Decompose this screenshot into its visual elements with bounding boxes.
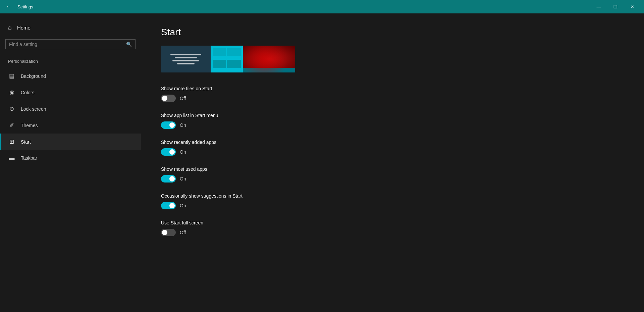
- close-button[interactable]: ✕: [625, 1, 640, 12]
- content-area: Start Show more tiles on StartOffShow ap…: [141, 13, 644, 312]
- titlebar: ← Settings — ❐ ✕: [0, 0, 644, 13]
- toggle-row-show-app-list: On: [161, 121, 624, 129]
- toggle-row-show-more-tiles: Off: [161, 95, 624, 102]
- back-icon: ←: [6, 4, 11, 10]
- sidebar-item-background[interactable]: ▤Background: [0, 68, 141, 84]
- search-box: 🔍: [5, 39, 136, 49]
- toggle-show-recently-added[interactable]: [161, 148, 176, 156]
- themes-icon: ✐: [8, 122, 15, 129]
- toggle-knob-show-recently-added: [169, 149, 175, 155]
- toggle-state-show-recently-added: On: [180, 149, 186, 155]
- taskbar-label: Taskbar: [21, 155, 37, 161]
- toggle-row-show-suggestions: On: [161, 202, 624, 209]
- setting-label-show-suggestions: Occasionally show suggestions in Start: [161, 193, 624, 199]
- toggle-state-use-full-screen: Off: [180, 230, 186, 235]
- toggle-state-show-app-list: On: [180, 122, 186, 128]
- setting-row-show-app-list: Show app list in Start menuOn: [161, 113, 624, 129]
- home-icon: ⌂: [8, 24, 12, 31]
- start-icon: ⊞: [8, 138, 15, 145]
- toggle-state-show-most-used: On: [180, 176, 186, 181]
- sidebar-item-themes[interactable]: ✐Themes: [0, 117, 141, 134]
- toggle-state-show-suggestions: On: [180, 203, 186, 208]
- settings-list: Show more tiles on StartOffShow app list…: [161, 86, 624, 236]
- sidebar-item-taskbar[interactable]: ▬Taskbar: [0, 150, 141, 166]
- colors-icon: ◉: [8, 89, 15, 96]
- toggle-knob-show-more-tiles: [162, 96, 167, 101]
- taskbar-icon: ▬: [8, 155, 15, 161]
- toggle-show-more-tiles[interactable]: [161, 95, 176, 102]
- setting-label-show-more-tiles: Show more tiles on Start: [161, 86, 624, 91]
- toggle-knob-use-full-screen: [162, 230, 167, 235]
- maximize-button[interactable]: ❐: [608, 1, 623, 12]
- preview-line-4: [177, 63, 195, 64]
- toggle-state-show-more-tiles: Off: [180, 96, 186, 101]
- toggle-show-suggestions[interactable]: [161, 202, 176, 209]
- setting-label-show-most-used: Show most used apps: [161, 166, 624, 172]
- sidebar-item-colors[interactable]: ◉Colors: [0, 84, 141, 101]
- toggle-row-show-recently-added: On: [161, 148, 624, 156]
- minimize-button[interactable]: —: [591, 1, 606, 12]
- toggle-knob-show-app-list: [169, 122, 175, 128]
- preview-tiles: [211, 46, 243, 72]
- toggle-use-full-screen[interactable]: [161, 229, 176, 236]
- toggle-show-app-list[interactable]: [161, 121, 176, 129]
- preview-line-2: [175, 57, 197, 58]
- sidebar: ⌂ Home 🔍 Personalization ▤Background◉Col…: [0, 13, 141, 312]
- preview-red-bg: [243, 46, 295, 72]
- setting-row-use-full-screen: Use Start full screenOff: [161, 220, 624, 236]
- page-title: Start: [161, 27, 624, 38]
- titlebar-left: ← Settings: [4, 2, 33, 11]
- preview-tile-4: [227, 60, 241, 68]
- setting-row-show-more-tiles: Show more tiles on StartOff: [161, 86, 624, 102]
- preview-left: [161, 46, 211, 72]
- background-label: Background: [21, 73, 46, 79]
- search-icon[interactable]: 🔍: [126, 42, 132, 47]
- background-icon: ▤: [8, 72, 15, 80]
- titlebar-title: Settings: [17, 4, 33, 9]
- sidebar-item-lock-screen[interactable]: ⊙Lock screen: [0, 101, 141, 117]
- setting-label-use-full-screen: Use Start full screen: [161, 220, 624, 225]
- preview-tile-1: [213, 48, 226, 56]
- preview-line-1: [170, 54, 201, 55]
- setting-label-show-app-list: Show app list in Start menu: [161, 113, 624, 118]
- themes-label: Themes: [21, 123, 38, 128]
- preview-tile-3: [213, 60, 226, 68]
- preview-taskbar: [243, 68, 295, 72]
- lock-screen-icon: ⊙: [8, 105, 15, 112]
- lock-screen-label: Lock screen: [21, 106, 46, 112]
- preview-tile-2: [227, 48, 241, 56]
- search-input[interactable]: [9, 42, 123, 47]
- section-label: Personalization: [0, 56, 141, 66]
- setting-row-show-suggestions: Occasionally show suggestions in StartOn: [161, 193, 624, 209]
- setting-row-show-recently-added: Show recently added appsOn: [161, 140, 624, 156]
- start-label: Start: [21, 139, 31, 145]
- home-label: Home: [17, 25, 31, 31]
- setting-row-show-most-used: Show most used appsOn: [161, 166, 624, 183]
- main-container: ⌂ Home 🔍 Personalization ▤Background◉Col…: [0, 13, 644, 312]
- preview-line-3: [172, 60, 199, 61]
- toggle-show-most-used[interactable]: [161, 175, 176, 183]
- titlebar-controls: — ❐ ✕: [591, 1, 640, 12]
- setting-label-show-recently-added: Show recently added apps: [161, 140, 624, 145]
- colors-label: Colors: [21, 90, 34, 95]
- toggle-row-show-most-used: On: [161, 175, 624, 183]
- nav-list: ▤Background◉Colors⊙Lock screen✐Themes⊞St…: [0, 68, 141, 166]
- back-button[interactable]: ←: [4, 2, 13, 11]
- toggle-knob-show-suggestions: [169, 203, 175, 208]
- sidebar-item-start[interactable]: ⊞Start: [0, 134, 141, 150]
- preview-right: [243, 46, 295, 72]
- toggle-knob-show-most-used: [169, 176, 175, 181]
- toggle-row-use-full-screen: Off: [161, 229, 624, 236]
- home-nav-item[interactable]: ⌂ Home: [0, 20, 141, 35]
- start-preview: [161, 46, 295, 72]
